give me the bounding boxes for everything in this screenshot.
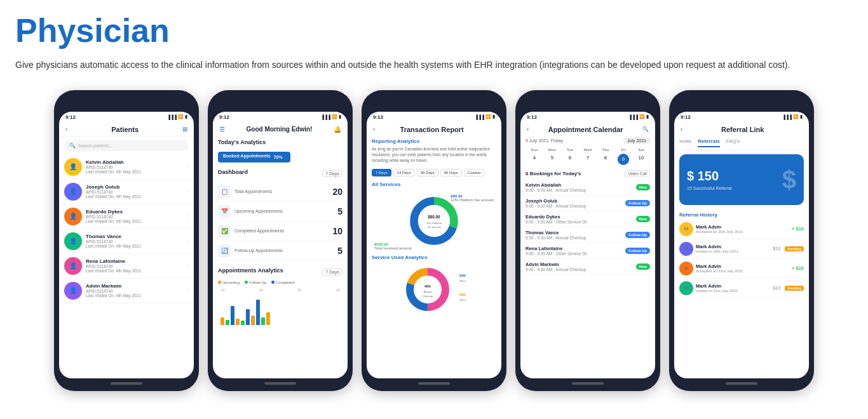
patient-name-6: Advin Markwin <box>86 283 183 289</box>
filter-14days[interactable]: 14 Days <box>393 169 415 176</box>
cal-date-6[interactable]: 6 <box>561 154 579 165</box>
booking-time-5: 9:00 - 9:30 AM . Other Service 00 <box>526 251 625 256</box>
patient-item-4[interactable]: 👤 Thomas Vance APID-5218740 Last Visited… <box>59 229 194 254</box>
patient-last-3: Last Visited On: 4th May 2021 <box>86 219 183 223</box>
booking-item-6[interactable]: Advin Markwin 9:00 - 9:30 AM . Annual Ch… <box>520 259 655 275</box>
signal-icon-4: ▐▐▐ <box>628 115 638 119</box>
signal-icon-5: ▐▐▐ <box>782 115 792 119</box>
page-description: Give physicians automatic access to the … <box>15 58 853 72</box>
appt-days-badge[interactable]: 7 Days <box>322 269 342 276</box>
cal-date-5[interactable]: 5 <box>543 154 561 165</box>
filter-90days[interactable]: 90 Days <box>440 169 462 176</box>
patient-info-3: Eduardo Dykes APID-5218740 Last Visited … <box>86 209 183 223</box>
analytics-label: Today's Analytics <box>218 139 342 145</box>
referral-sub: 15 Successful Referral <box>687 186 731 190</box>
search-icon-cal[interactable]: 🔍 <box>642 126 649 132</box>
date-row: 9 July 2021, Friday July 2021 <box>520 136 655 145</box>
status-bar-4: 9:12 ▐▐▐ 🛜 ▮ <box>520 112 655 122</box>
service-donut-container: $400.00 Other Service 01 $600.00 Other S… <box>367 262 501 317</box>
cal-date-4[interactable]: 4 <box>526 154 543 165</box>
video-call-badge[interactable]: Video Call <box>625 170 650 177</box>
reporting-text: As long as you're Canadian-licensed and … <box>372 146 496 163</box>
booking-info-5: Rena Lafontaine 9:00 - 9:30 AM . Other S… <box>526 246 625 256</box>
patient-item-5[interactable]: 👤 Rena Lafontaine APID-5218740 Last Visi… <box>59 254 194 279</box>
patient-last-4: Last Visited On: 4th May 2021 <box>86 244 183 248</box>
status-bar-3: 9:12 ▐▐▐ 🛜 ▮ <box>367 112 501 122</box>
hamburger-icon[interactable]: ☰ <box>219 126 225 133</box>
referral-banner: $ $ 150 15 Successful Referral <box>679 154 804 205</box>
ref-person-3: Mark Advin Accepted on 23rd July 2021 <box>696 263 789 273</box>
booking-item-4[interactable]: Thomas Vance 9:00 - 9:30 AM . Annual Che… <box>520 227 655 243</box>
day-fri: Fri <box>614 148 632 152</box>
booking-item-1[interactable]: Kelvin Abdallah 9:00 - 9:30 AM . Annual … <box>520 180 655 196</box>
status-icons-5: ▐▐▐ 🛜 ▮ <box>782 114 803 119</box>
svg-text:20%: 20% <box>412 303 417 306</box>
status-icons-2: ▐▐▐ 🛜 ▮ <box>321 114 341 119</box>
cal-date-7[interactable]: 7 <box>579 154 597 165</box>
booking-time-6: 9:00 - 9:30 AM . Annual Checkup <box>526 267 636 272</box>
all-services-title: All Services <box>367 180 501 189</box>
patient-detail-6: APID-5218740 <box>86 289 183 293</box>
battery-icon: ▮ <box>185 114 187 119</box>
cal-date-9[interactable]: 9 <box>618 154 629 165</box>
filter-icon-patients[interactable]: ⊞ <box>182 126 187 133</box>
phone-bottom-bar-3 <box>418 382 450 385</box>
referral-title: Referral Link <box>682 126 803 133</box>
booking-info-2: Joseph Golub 9:00 - 9:30 AM . Annual Che… <box>526 198 625 208</box>
phone-referral: 9:12 ▐▐▐ 🛜 ▮ ‹ Referral Link Invite Refe… <box>669 90 814 391</box>
patient-avatar-5: 👤 <box>64 257 82 275</box>
phone-notch-4 <box>566 99 610 108</box>
ref-amount-2: $10 <box>773 246 781 251</box>
back-button-trans[interactable]: ‹ <box>373 126 375 133</box>
status-icons-1: ▐▐▐ 🛜 ▮ <box>167 114 187 119</box>
search-icon-patients: 🔍 <box>69 143 76 149</box>
booking-badge-2: Follow Up <box>625 200 650 206</box>
cal-date-10[interactable]: 10 <box>632 154 650 165</box>
patient-search-bar[interactable]: 🔍 Search patients... <box>64 140 189 151</box>
patient-avatar-2: 👤 <box>64 183 82 201</box>
back-button-cal[interactable]: ‹ <box>527 126 529 133</box>
svg-text:40%: 40% <box>424 284 431 288</box>
filter-30days[interactable]: 30 Days <box>417 169 438 176</box>
patient-item-2[interactable]: 👤 Joseph Golub APID-5218740 Last Visited… <box>59 180 194 204</box>
booking-time-4: 9:00 - 9:30 AM . Annual Checkup <box>526 236 625 240</box>
ref-tab-referrals[interactable]: Referrals <box>698 138 720 147</box>
booked-appointments-tab[interactable]: Booked Appointments 70% <box>218 152 290 163</box>
signal-icon-3: ▐▐▐ <box>475 115 484 119</box>
legend-row: Upcoming Follow-Up Completed <box>218 281 342 284</box>
chart-y-labels: 40302010 <box>218 287 342 293</box>
stat-label-2: Upcoming Appointments <box>234 209 334 213</box>
booking-item-2[interactable]: Joseph Golub 9:00 - 9:30 AM . Annual Che… <box>520 196 655 211</box>
donut-bottom-label: $500.00Total received amount <box>374 243 412 250</box>
back-button-patients[interactable]: ‹ <box>65 126 67 133</box>
ref-tab-faqs[interactable]: FAQ's <box>726 138 740 147</box>
patient-item-1[interactable]: 👤 Kelvin Abdallah APID-5218740 Last Visi… <box>59 155 194 180</box>
date-label: 9 July 2021, Friday <box>526 138 563 143</box>
page-title: Physician <box>15 13 853 49</box>
ref-tab-invite[interactable]: Invite <box>679 138 691 147</box>
filter-7days[interactable]: 7 Days <box>372 169 391 176</box>
service-donut-chart: $400.00 Other Service 01 $600.00 Other S… <box>402 264 466 315</box>
bar-6 <box>246 309 250 325</box>
booking-item-5[interactable]: Rena Lafontaine 9:00 - 9:30 AM . Other S… <box>520 243 655 259</box>
filter-custom[interactable]: Custom <box>464 169 485 176</box>
patient-name-2: Joseph Golub <box>86 184 183 190</box>
phone-screen-4: 9:12 ▐▐▐ 🛜 ▮ ‹ Appointment Calendar 🔍 9 … <box>520 112 655 378</box>
signal-icon: ▐▐▐ <box>167 115 177 119</box>
dollar-icon: $ <box>782 165 796 194</box>
patient-item-3[interactable]: 👤 Eduardo Dykes APID-5218740 Last Visite… <box>59 204 194 229</box>
dashboard-section: Dashboard 7 Days 📋 Total Appointments 20… <box>213 166 348 263</box>
dashboard-label: Dashboard <box>218 169 248 175</box>
days-badge[interactable]: 7 Days <box>322 170 342 177</box>
patient-item-6[interactable]: 👤 Advin Markwin APID-5218740 Last Visite… <box>59 279 194 303</box>
filter-row: 7 Days 14 Days 30 Days 90 Days Custom <box>372 169 496 176</box>
stat-icon-3: ✅ <box>218 225 231 237</box>
cal-date-8[interactable]: 8 <box>597 154 614 165</box>
patient-detail-4: APID-5218740 <box>86 239 183 244</box>
booking-badge-3: New <box>636 216 650 222</box>
month-badge[interactable]: July 2021 <box>623 137 650 144</box>
cal-days-row: Sun Mon Tue Wed Thu Fri Sat <box>526 148 650 152</box>
bell-icon[interactable]: 🔔 <box>334 126 341 133</box>
referral-amount: $ 150 <box>687 169 719 183</box>
booking-item-3[interactable]: Eduardo Dykes 9:00 - 9:30 AM . Other Ser… <box>520 211 655 227</box>
